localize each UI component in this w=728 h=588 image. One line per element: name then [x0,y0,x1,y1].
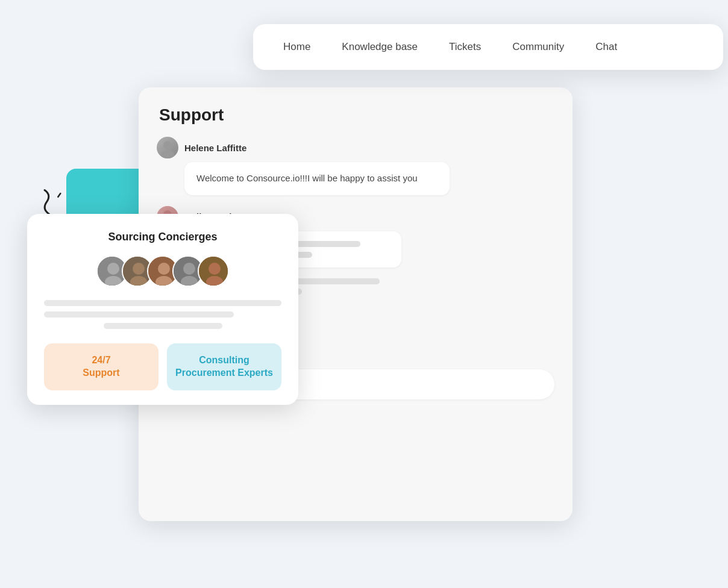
cph-line-3 [104,323,222,329]
concierge-description-lines [44,300,281,329]
tab-tickets[interactable]: Tickets [436,35,494,59]
helene-name: Helene Laffitte [184,143,246,153]
cph-line-2 [44,311,234,317]
cta-consulting-button[interactable]: Consulting Procurement Experts [167,343,281,390]
nav-card: Home Knowledge base Tickets Community Ch… [253,24,723,70]
concierge-title: Sourcing Concierges [44,231,281,243]
tab-home[interactable]: Home [270,35,324,59]
avatar-helene [157,137,178,158]
svg-point-20 [209,263,221,275]
tab-knowledge-base[interactable]: Knowledge base [328,35,431,59]
page-title: Support [157,105,554,125]
message-row-helene: Helene Laffitte Welcome to Consource.io!… [157,137,554,195]
cta-buttons-row: 24/7 Support Consulting Procurement Expe… [44,343,281,390]
cta-consulting-line2: Procurement Experts [175,367,273,378]
cta-support-line1: 24/7 [92,355,110,365]
cta-support-button[interactable]: 24/7 Support [44,343,158,390]
concierge-avatar-5 [198,255,229,287]
svg-point-8 [107,263,119,275]
svg-point-14 [158,263,170,275]
cta-support-line2: Support [83,367,119,378]
svg-point-1 [163,141,172,149]
svg-point-11 [133,263,145,275]
cph-line-1 [44,300,281,306]
concierge-card: Sourcing Concierges [27,214,298,405]
tab-community[interactable]: Community [499,35,577,59]
tab-chat[interactable]: Chat [582,35,630,59]
svg-point-17 [183,263,195,275]
sender-helene: Helene Laffitte [157,137,554,158]
helene-message-text: Welcome to Consource.io!!!I will be happ… [196,173,418,183]
helene-message-bubble: Welcome to Consource.io!!!I will be happ… [184,162,450,195]
svg-point-2 [161,150,174,158]
concierge-avatars-row [44,255,281,287]
cta-consulting-line1: Consulting [199,355,249,365]
svg-line-0 [57,193,61,197]
